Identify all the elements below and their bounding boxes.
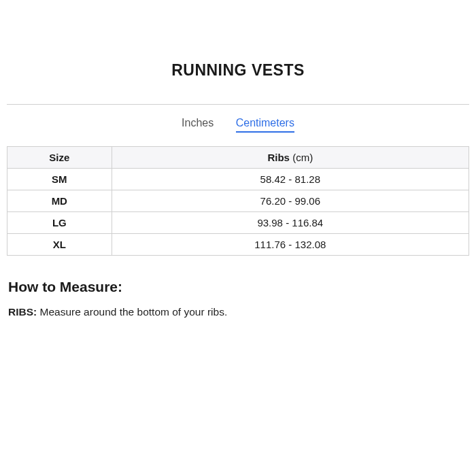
unit-tabs: Inches Centimeters — [7, 105, 469, 146]
header-ribs-unit: (cm) — [292, 152, 313, 163]
how-to-title: How to Measure: — [8, 279, 468, 295]
table-row: SM 58.42 - 81.28 — [7, 169, 469, 190]
size-chart-container: RUNNING VESTS Inches Centimeters Size Ri… — [0, 0, 476, 318]
header-size: Size — [7, 147, 112, 169]
cell-size: MD — [7, 190, 112, 212]
cell-ribs: 58.42 - 81.28 — [112, 169, 469, 190]
header-ribs: Ribs (cm) — [112, 147, 469, 169]
tab-inches[interactable]: Inches — [182, 117, 214, 129]
how-to-measure: How to Measure: RIBS: Measure around the… — [7, 279, 469, 318]
ribs-instruction: Measure around the bottom of your ribs. — [37, 306, 227, 318]
table-row: XL 111.76 - 132.08 — [7, 234, 469, 256]
cell-size: XL — [7, 234, 112, 256]
table-row: LG 93.98 - 116.84 — [7, 212, 469, 234]
table-row: MD 76.20 - 99.06 — [7, 190, 469, 212]
cell-size: SM — [7, 169, 112, 190]
header-ribs-label: Ribs — [267, 152, 290, 163]
cell-ribs: 76.20 - 99.06 — [112, 190, 469, 212]
size-table: Size Ribs (cm) SM 58.42 - 81.28 MD 76.20… — [7, 146, 469, 256]
cell-size: LG — [7, 212, 112, 234]
ribs-label: RIBS: — [8, 306, 37, 318]
tab-centimeters[interactable]: Centimeters — [236, 117, 294, 133]
page-title: RUNNING VESTS — [7, 61, 469, 80]
how-to-body: RIBS: Measure around the bottom of your … — [8, 306, 468, 318]
cell-ribs: 93.98 - 116.84 — [112, 212, 469, 234]
table-header-row: Size Ribs (cm) — [7, 147, 469, 169]
cell-ribs: 111.76 - 132.08 — [112, 234, 469, 256]
